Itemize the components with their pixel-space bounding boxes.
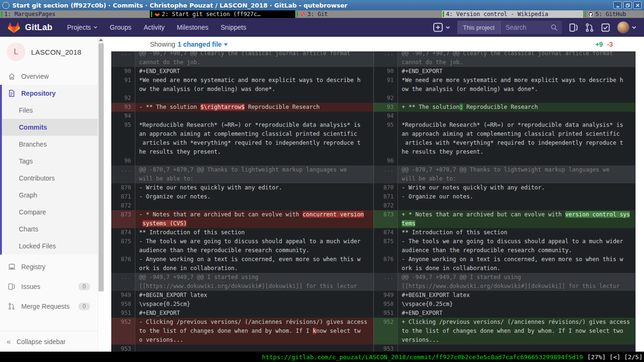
line-number[interactable]: 93 (111, 103, 135, 112)
line-number[interactable]: 95 (374, 121, 398, 156)
line-number[interactable]: 92 (111, 94, 135, 103)
diff-pane-new: ...@@ -90,7 +90,7 @@ Clearly the classic… (373, 51, 635, 352)
changed-files-dropdown[interactable]: 1 changed file (178, 41, 228, 48)
browser-tab-4[interactable]: 4: Version control - Wikipedia (442, 10, 584, 18)
diff-row: ...@@ -90,7 +90,7 @@ Clearly the classic… (111, 51, 373, 67)
line-number[interactable]: 870 (374, 183, 398, 192)
line-number[interactable]: 93 (374, 103, 398, 112)
sidebar-item-branches[interactable]: Branches (2, 136, 98, 153)
line-number[interactable]: 90 (111, 67, 135, 76)
merge-request-icon[interactable] (585, 23, 594, 32)
issues-icon[interactable] (569, 23, 578, 32)
maximize-button[interactable] (623, 1, 632, 9)
line-number[interactable]: ... (111, 273, 135, 291)
sidebar-item-compare[interactable]: Compare (2, 204, 98, 221)
sidebar-item-tags[interactable]: Tags (2, 153, 98, 170)
line-number[interactable]: ... (374, 165, 398, 183)
chevron-down-icon (632, 26, 636, 29)
line-number[interactable]: 871 (374, 192, 398, 201)
line-number[interactable]: 876 (111, 255, 135, 273)
diff-row: ...@@ -949,7 +949,7 @@ I started using[[… (374, 273, 635, 291)
line-number[interactable]: 96 (374, 156, 398, 165)
code-line (398, 94, 635, 103)
line-number[interactable]: 875 (111, 237, 135, 255)
nav-item-projects[interactable]: Projects (61, 18, 104, 37)
line-number[interactable]: 94 (111, 112, 135, 121)
line-number[interactable]: 952 (374, 318, 398, 345)
line-number[interactable]: ... (374, 273, 398, 291)
project-header[interactable]: L LASCON_2018 (0, 37, 98, 68)
sidebar-item-registry[interactable]: Registry (0, 258, 98, 275)
sidebar-item-locked-files[interactable]: Locked Files (2, 238, 98, 255)
browser-tab-2[interactable]: 2: Start git section (ff927c… (150, 10, 296, 18)
line-number[interactable]: 872 (374, 201, 398, 210)
line-number[interactable]: 950 (374, 300, 398, 309)
line-number[interactable]: 953 (374, 345, 398, 352)
line-number[interactable]: 871 (111, 192, 135, 201)
line-number[interactable]: 873 (374, 210, 398, 228)
line-number[interactable]: 876 (374, 255, 398, 273)
nav-item-snippets[interactable]: Snippets (215, 18, 252, 37)
todos-icon[interactable] (601, 23, 610, 32)
search-box[interactable]: This project Search (457, 21, 562, 34)
diff-row: 872 (111, 201, 373, 210)
diff-stats: +9 -3 (595, 41, 613, 48)
line-number[interactable]: 953 (111, 345, 135, 352)
line-number[interactable]: 872 (111, 201, 135, 210)
code-line: \vspace{0.25cm} (135, 300, 373, 309)
line-number[interactable]: 949 (374, 291, 398, 300)
sidebar-item-charts[interactable]: Charts (2, 221, 98, 238)
line-number[interactable]: 91 (374, 76, 398, 94)
collapse-sidebar-button[interactable]: « Collapse sidebar (0, 331, 98, 352)
line-number[interactable]: 950 (111, 300, 135, 309)
line-number[interactable]: 952 (111, 318, 135, 345)
line-number[interactable]: 875 (374, 237, 398, 255)
diff-row: 91*We need are more systematic and more … (374, 76, 635, 94)
line-number[interactable]: 95 (111, 121, 135, 156)
search-input[interactable]: Search (501, 24, 551, 31)
line-number[interactable]: 951 (374, 309, 398, 318)
browser-tab-5[interactable]: 5: GitHub (584, 10, 644, 18)
line-number[interactable]: 874 (374, 228, 398, 237)
line-number[interactable]: 874 (111, 228, 135, 237)
sidebar-item-commits[interactable]: Commits (2, 119, 98, 136)
user-menu[interactable] (617, 21, 636, 33)
browser-tab-3[interactable]: 3: Git (296, 10, 442, 18)
close-button[interactable] (633, 1, 642, 9)
diff-row: 94 (374, 112, 635, 121)
repository-submenu: FilesCommitsBranchesTagsContributorsGrap… (2, 102, 98, 255)
line-number[interactable]: 873 (111, 210, 135, 228)
line-number[interactable]: ... (374, 51, 398, 67)
sidebar-item-graph[interactable]: Graph (2, 187, 98, 204)
gitlab-logo[interactable]: GitLab (8, 21, 52, 34)
deletions-count: -3 (607, 41, 613, 48)
nav-item-activity[interactable]: Activity (138, 18, 171, 37)
line-number[interactable]: ... (111, 165, 135, 183)
scrollbar-thumb[interactable] (99, 43, 104, 291)
sidebar-item-repository[interactable]: Repository (2, 85, 98, 102)
line-number[interactable]: 90 (374, 67, 398, 76)
sidebar-item-issues[interactable]: Issues0 (0, 278, 98, 295)
document-icon (8, 90, 16, 97)
line-number[interactable]: 951 (111, 309, 135, 318)
sidebar-item-files[interactable]: Files (2, 102, 98, 119)
line-number[interactable]: ... (111, 51, 135, 67)
sidebar-scrollbar[interactable] (98, 37, 104, 352)
browser-tab-1[interactable]: 1: MarquesPages (0, 10, 150, 18)
minimize-button[interactable] (613, 1, 622, 9)
line-number[interactable]: 870 (111, 183, 135, 192)
line-number[interactable]: 96 (111, 156, 135, 165)
line-number[interactable]: 94 (374, 112, 398, 121)
diff-row: 875- The tools we are going to discuss s… (111, 237, 373, 255)
line-number[interactable]: 949 (111, 291, 135, 300)
nav-item-milestones[interactable]: Milestones (171, 18, 215, 37)
line-number[interactable]: 91 (111, 76, 135, 94)
nav-item-groups[interactable]: Groups (104, 18, 138, 37)
scrollbar-up-arrow[interactable] (98, 37, 104, 43)
sidebar-item-contributors[interactable]: Contributors (2, 170, 98, 187)
sidebar-item-overview[interactable]: Overview (0, 68, 98, 85)
new-menu-button[interactable] (432, 23, 450, 32)
line-number[interactable]: 92 (374, 94, 398, 103)
project-name: LASCON_2018 (31, 48, 82, 56)
sidebar-item-merge-requests[interactable]: Merge Requests0 (0, 298, 98, 315)
